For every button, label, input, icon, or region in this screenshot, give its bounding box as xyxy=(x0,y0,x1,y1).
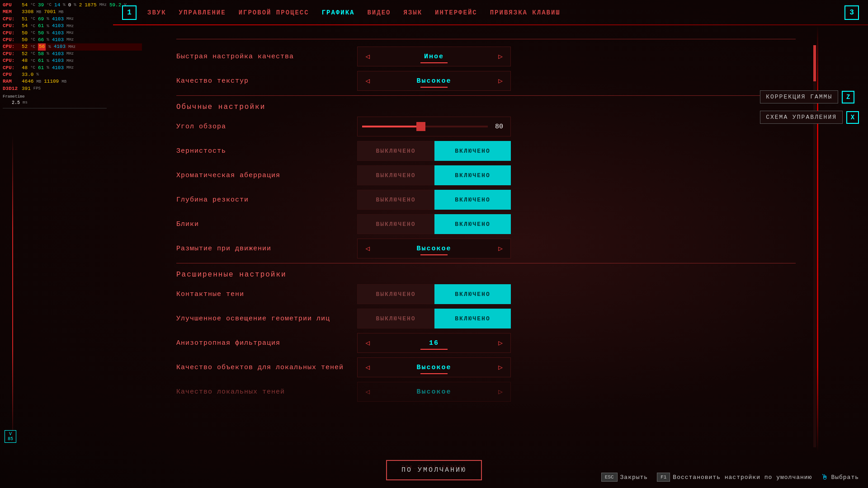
contact-shadows-off-btn[interactable]: ВЫКЛЮЧЕНО xyxy=(357,284,434,304)
gamma-key[interactable]: Z xyxy=(842,91,854,103)
dof-off-btn[interactable]: ВЫКЛЮЧЕНО xyxy=(357,190,434,210)
fov-thumb[interactable] xyxy=(416,122,425,131)
local-shadow-selector[interactable]: ◁ Высокое ▷ xyxy=(357,382,511,402)
nav-keybinds[interactable]: ПРИВЯЗКА КЛАВИШ xyxy=(485,5,566,20)
anisotropy-value: 16 xyxy=(377,339,491,347)
dof-on-btn[interactable]: ВКЛЮЧЕНО xyxy=(434,190,511,210)
flares-off-btn[interactable]: ВЫКЛЮЧЕНО xyxy=(357,214,434,234)
chromatic-toggle[interactable]: ВЫКЛЮЧЕНО ВКЛЮЧЕНО xyxy=(357,165,511,185)
common-divider xyxy=(176,95,796,96)
default-button[interactable]: ПО УМОЛЧАНИЮ xyxy=(386,460,482,480)
main-content: Быстрая настройка качества ◁ Иное ▷ Каче… xyxy=(158,25,814,452)
grain-label: Зернистость xyxy=(176,147,348,155)
cpu-row-0-mhz: 4103 xyxy=(52,16,64,23)
motionblur-prev[interactable]: ◁ xyxy=(358,239,377,258)
scheme-label: СХЕМА УПРАВЛЕНИЯ xyxy=(760,111,843,124)
texture-quality-next[interactable]: ▷ xyxy=(491,71,510,91)
cpu-row-5-t2: 58 xyxy=(38,51,44,57)
frametime-label: Frametime xyxy=(3,94,25,100)
cpu-row-4-t1: 52 xyxy=(22,43,28,50)
dof-toggle[interactable]: ВЫКЛЮЧЕНО ВКЛЮЧЕНО xyxy=(357,190,511,210)
local-shadow-quality-row: Качество объектов для локальных теней ◁ … xyxy=(176,357,796,377)
cpu-row-1-t1: 54 xyxy=(22,23,28,29)
ram-label: RAM xyxy=(3,78,19,85)
local-shadow-quality-next[interactable]: ▷ xyxy=(491,357,510,377)
flares-toggle[interactable]: ВЫКЛЮЧЕНО ВКЛЮЧЕНО xyxy=(357,214,511,234)
mem-val1: 3308 xyxy=(22,9,33,15)
face-lighting-off-btn[interactable]: ВЫКЛЮЧЕНО xyxy=(357,309,434,328)
cpu-row-7-label: CPU: xyxy=(3,65,19,71)
texture-quality-selector[interactable]: ◁ Высокое ▷ xyxy=(357,71,511,91)
dof-label: Глубина резкости xyxy=(176,196,348,204)
anisotropy-underline xyxy=(420,349,448,350)
nav-graphics[interactable]: ГРАФИКА xyxy=(316,5,360,20)
local-shadow-quality-prev[interactable]: ◁ xyxy=(358,357,377,377)
cpu-row-4-t2: 56 xyxy=(38,43,46,50)
flares-on-btn[interactable]: ВКЛЮЧЕНО xyxy=(434,214,511,234)
cpu-row-4-mhz: 4103 xyxy=(54,43,66,50)
motionblur-row: Размытие при движении ◁ Высокое ▷ xyxy=(176,239,796,258)
cpu-row-1-label: CPU: xyxy=(3,23,19,29)
contact-shadows-on-btn[interactable]: ВКЛЮЧЕНО xyxy=(434,284,511,304)
fps-unit: FPS xyxy=(33,86,41,92)
fov-row: Угол обзора 80 xyxy=(176,117,796,136)
motionblur-selector[interactable]: ◁ Высокое ▷ xyxy=(357,239,511,258)
anisotropy-next[interactable]: ▷ xyxy=(491,333,510,353)
nav-badge-right[interactable]: 3 xyxy=(844,5,859,20)
frametime-graph-line xyxy=(3,108,107,108)
grain-toggle[interactable]: ВЫКЛЮЧЕНО ВКЛЮЧЕНО xyxy=(357,141,511,161)
quick-quality-next[interactable]: ▷ xyxy=(491,47,510,66)
anisotropy-prev[interactable]: ◁ xyxy=(358,333,377,353)
texture-quality-row: Качество текстур ◁ Высокое ▷ xyxy=(176,71,796,91)
vertical-accent-line xyxy=(817,25,818,452)
gpu-temp2: 39 xyxy=(38,2,44,9)
quick-quality-selector[interactable]: ◁ Иное ▷ xyxy=(357,47,511,66)
fov-slider[interactable]: 80 xyxy=(357,117,511,136)
nav-gameplay[interactable]: ИГРОВОЙ ПРОЦЕСС xyxy=(233,5,315,20)
nav-language[interactable]: ЯЗЫК xyxy=(398,5,428,20)
scroll-thumb[interactable] xyxy=(813,45,816,81)
local-shadow-prev[interactable]: ◁ xyxy=(358,382,377,402)
local-shadow-quality-selector[interactable]: ◁ Высокое ▷ xyxy=(357,357,511,377)
grain-on-btn[interactable]: ВКЛЮЧЕНО xyxy=(434,141,511,161)
quick-quality-row: Быстрая настройка качества ◁ Иное ▷ xyxy=(176,47,796,66)
anisotropy-selector[interactable]: ◁ 16 ▷ xyxy=(357,333,511,353)
bottom-bar: ПО УМОЛЧАНИЮ xyxy=(0,452,868,488)
local-shadow-label: Качество локальных теней xyxy=(176,388,348,396)
quick-quality-value: Иное xyxy=(377,53,491,61)
gpu-label: GPU xyxy=(3,2,19,9)
quick-quality-prev[interactable]: ◁ xyxy=(358,47,377,66)
chromatic-on-btn[interactable]: ВКЛЮЧЕНО xyxy=(434,165,511,185)
cpu-row-5-t1: 52 xyxy=(22,51,28,57)
face-lighting-row: Улучшенное освещение геометрии лиц ВЫКЛЮ… xyxy=(176,309,796,328)
grain-control: ВЫКЛЮЧЕНО ВКЛЮЧЕНО xyxy=(357,141,796,161)
local-shadow-value: Высокое xyxy=(377,388,491,396)
contact-shadows-row: Контактные тени ВЫКЛЮЧЕНО ВКЛЮЧЕНО xyxy=(176,284,796,304)
grain-off-btn[interactable]: ВЫКЛЮЧЕНО xyxy=(357,141,434,161)
chromatic-label: Хроматическая аберрация xyxy=(176,172,348,179)
anisotropy-control: ◁ 16 ▷ xyxy=(357,333,796,353)
texture-quality-prev[interactable]: ◁ xyxy=(358,71,377,91)
contact-shadows-toggle[interactable]: ВЫКЛЮЧЕНО ВКЛЮЧЕНО xyxy=(357,284,511,304)
chromatic-off-btn[interactable]: ВЫКЛЮЧЕНО xyxy=(357,165,434,185)
nav-badge-left[interactable]: 1 xyxy=(122,5,137,20)
cpu-row-6-t1: 48 xyxy=(22,57,28,64)
nav-interface[interactable]: ИНТЕРФЕЙС xyxy=(429,5,483,20)
cpu-row-2-t1: 50 xyxy=(22,30,28,37)
nav-video[interactable]: ВИДЕО xyxy=(362,5,396,20)
anisotropy-row: Анизотропная фильтрация ◁ 16 ▷ xyxy=(176,333,796,353)
chromatic-control: ВЫКЛЮЧЕНО ВКЛЮЧЕНО xyxy=(357,165,796,185)
face-lighting-toggle[interactable]: ВЫКЛЮЧЕНО ВКЛЮЧЕНО xyxy=(357,309,511,328)
local-shadow-next[interactable]: ▷ xyxy=(491,382,510,402)
settings-scroll-area[interactable]: Быстрая настройка качества ◁ Иное ▷ Каче… xyxy=(158,25,814,452)
scheme-key[interactable]: X xyxy=(846,111,859,124)
dof-row: Глубина резкости ВЫКЛЮЧЕНО ВКЛЮЧЕНО xyxy=(176,190,796,210)
local-shadow-row: Качество локальных теней ◁ Высокое ▷ xyxy=(176,382,796,402)
nav-control[interactable]: УПРАВЛЕНИЕ xyxy=(174,5,231,20)
chromatic-row: Хроматическая аберрация ВЫКЛЮЧЕНО ВКЛЮЧЕ… xyxy=(176,165,796,185)
cpu-total-val: 33.0 xyxy=(22,71,33,78)
grain-row: Зернистость ВЫКЛЮЧЕНО ВКЛЮЧЕНО xyxy=(176,141,796,161)
motionblur-next[interactable]: ▷ xyxy=(491,239,510,258)
nav-sound[interactable]: ЗВУК xyxy=(142,5,172,20)
face-lighting-on-btn[interactable]: ВКЛЮЧЕНО xyxy=(434,309,511,328)
